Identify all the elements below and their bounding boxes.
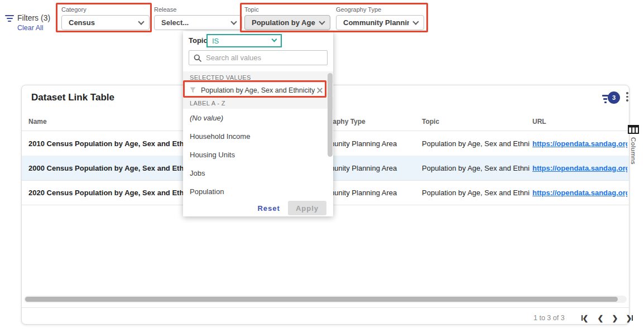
next-page-icon[interactable]: ❯ [609,312,621,324]
columns-icon [628,125,639,134]
operator-select[interactable]: IS [206,34,282,47]
kebab-menu-icon[interactable] [623,92,631,104]
topic-filter: Topic Population by Age, Sex a... [244,6,330,30]
column-header-url[interactable]: URL [532,118,546,126]
pagination-range-label: 1 to 3 of 3 [534,314,565,322]
geography-type-filter: Geography Type Community Planning Area [336,6,424,30]
panel-scrollbar-thumb[interactable] [328,73,333,157]
search-values-input[interactable]: Search all values [189,50,328,65]
option-no-value[interactable]: (No value) [183,109,326,127]
cell-topic: Population by Age, Sex and Ethnicit [422,180,530,205]
dataset-link[interactable]: https://opendata.sandag.org/d/ [532,139,627,148]
category-dropdown-value: Census [69,18,95,27]
chevron-down-icon [319,18,325,25]
chevron-down-icon [138,18,144,25]
topic-filter-panel: Topic IS Search all values SELECTED VALU… [183,31,333,216]
horizontal-scrollbar-track[interactable] [24,296,627,303]
filters-count-label: Filters (3) [17,13,50,22]
chevron-down-icon [412,18,419,25]
geography-type-dropdown-value: Community Planning Area [343,18,409,27]
chevron-down-icon [272,37,277,42]
sort-header: LABEL A - Z [183,97,333,109]
page: Filters (3) Clear All Category Census Re… [0,0,644,333]
geography-type-filter-label: Geography Type [336,6,424,13]
applied-filters-badge-icon[interactable]: 3 [602,91,621,105]
filter-count-badge: 3 [608,91,620,104]
release-dropdown[interactable]: Select... [154,15,242,30]
chevron-down-icon [230,18,237,25]
selected-values-header: SELECTED VALUES [183,71,333,83]
last-page-icon[interactable]: ❯ [623,312,636,324]
release-filter-label: Release [154,6,242,13]
search-placeholder: Search all values [206,54,261,62]
horizontal-scrollbar-thumb[interactable] [25,297,618,302]
option-household-income[interactable]: Household Income [183,127,326,146]
category-filter: Category Census [61,6,150,30]
panel-field-label: Topic [189,36,208,45]
column-header-name[interactable]: Name [28,118,47,126]
category-dropdown[interactable]: Census [61,15,150,30]
clear-all-link[interactable]: Clear All [17,24,44,32]
first-page-icon[interactable]: ❮ [579,312,591,324]
apply-button[interactable]: Apply [288,201,326,215]
table-title: Dataset Link Table [31,92,114,103]
release-filter: Release Select... [154,6,242,30]
search-icon [194,54,201,62]
selected-value-text: Population by Age, Sex and Ethnicity [201,86,316,94]
topic-dropdown-value: Population by Age, Sex a... [252,18,315,27]
option-housing-units[interactable]: Housing Units [183,146,326,164]
cell-topic: Population by Age, Sex and Ethnicit [422,131,530,156]
columns-tab-label: Columns [630,137,637,165]
column-header-topic[interactable]: Topic [422,118,439,126]
cell-topic: Population by Age, Sex and Ethnicit [422,156,530,180]
option-population[interactable]: Population [183,182,326,201]
topic-filter-label: Topic [244,6,330,13]
topic-dropdown[interactable]: Population by Age, Sex a... [244,15,330,30]
dataset-link[interactable]: https://opendata.sandag.org/d/ [532,189,627,197]
selected-value-row[interactable]: Population by Age, Sex and Ethnicity [183,83,333,97]
option-jobs[interactable]: Jobs [183,164,326,182]
filter-list-icon[interactable] [4,15,15,23]
prev-page-icon[interactable]: ❮ [594,312,607,324]
category-filter-label: Category [61,6,150,13]
release-dropdown-value: Select... [161,18,189,27]
close-icon[interactable] [316,87,323,94]
operator-select-value: IS [212,37,219,45]
reset-button[interactable]: Reset [257,204,280,213]
dataset-link[interactable]: https://opendata.sandag.org/d/ [532,164,627,172]
columns-panel-toggle[interactable]: Columns [626,125,641,181]
geography-type-dropdown[interactable]: Community Planning Area [336,15,424,30]
funnel-icon [190,87,196,93]
